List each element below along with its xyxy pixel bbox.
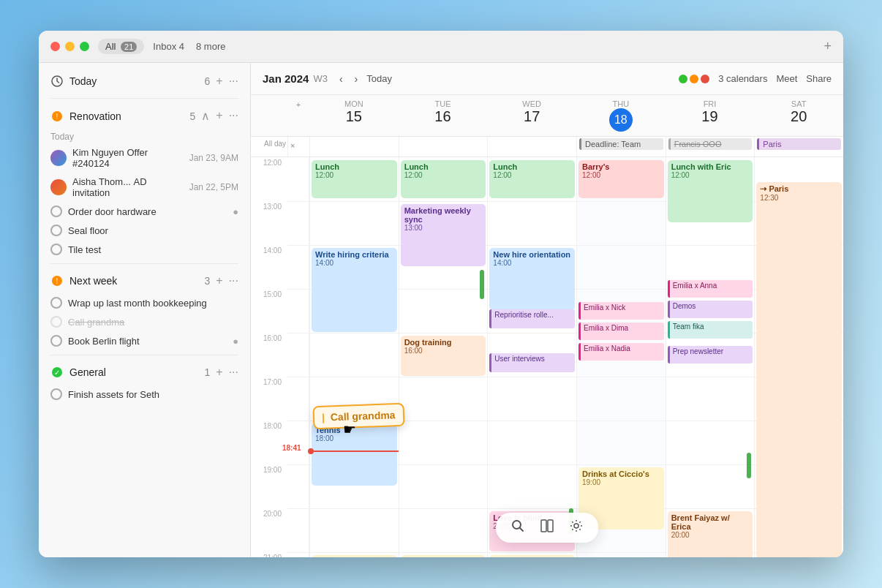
cal-share-button[interactable]: Share <box>806 73 832 84</box>
cal-header: Jan 2024 W3 ‹ › Today 3 calendars Meet S… <box>251 63 843 95</box>
today-more-icon[interactable]: ··· <box>229 75 238 88</box>
list-item[interactable]: Call grandma <box>39 312 250 331</box>
list-item[interactable]: Wrap up last month bookkeeping <box>39 293 250 312</box>
today-add-icon[interactable]: + <box>216 75 222 88</box>
cal-event[interactable]: Write hiring criteria 14:00 <box>312 248 397 332</box>
cal-event[interactable]: Lunch 12:00 <box>489 160 575 198</box>
task-checkbox[interactable] <box>50 225 62 236</box>
cal-event[interactable]: Marketing weekly sync 13:00 <box>401 204 486 266</box>
cal-event[interactable]: Tennis 18:00 <box>312 423 397 486</box>
title-bar: All 21 Inbox 4 8 more + <box>39 31 843 63</box>
list-item[interactable]: Aisha Thom... AD invitation Jan 22, 5PM <box>39 173 250 202</box>
cal-event[interactable]: Emilia x Dima <box>578 323 664 340</box>
renovation-add-icon[interactable]: + <box>216 109 222 123</box>
col-header-marker: + <box>287 95 309 136</box>
cal-body: 12:00 13:00 14:00 15:00 16:00 17:00 18:0… <box>251 157 843 557</box>
cal-event[interactable]: Lunch 12:00 <box>312 160 397 198</box>
cal-event[interactable]: New hire orientation 14:00 <box>489 248 575 310</box>
drag-event[interactable]: Call grandma <box>312 403 404 429</box>
minimize-button[interactable] <box>65 42 75 51</box>
task-checkbox[interactable] <box>50 388 62 400</box>
cal-today-button[interactable]: Today <box>366 73 392 84</box>
task-checkbox[interactable] <box>50 335 62 347</box>
cal-event[interactable]: Family time 21:00 <box>489 555 575 557</box>
cal-event[interactable]: Brent Faiyaz w/ Erica 20:00 <box>668 511 753 557</box>
cal-event[interactable]: Prep newsletter <box>668 346 753 363</box>
close-button[interactable] <box>50 42 60 51</box>
cal-event[interactable]: Emilia x Nadia <box>578 343 664 361</box>
sidebar-section-today: Today 6 + ··· <box>39 69 250 94</box>
cal-event[interactable]: Emilia x Nick <box>578 302 664 320</box>
cal-event[interactable]: Family time 21:00 <box>312 555 397 557</box>
cal-event[interactable]: Reprioritise rolle... <box>489 309 575 328</box>
renovation-more-icon[interactable]: ··· <box>229 109 238 123</box>
task-checkbox[interactable] <box>50 297 62 309</box>
next-week-add-icon[interactable]: + <box>216 274 222 287</box>
time-1700: 17:00 <box>251 377 287 421</box>
cal-event[interactable]: Emilia x Anna <box>668 280 753 298</box>
resize-handle[interactable] <box>480 270 484 299</box>
maximize-button[interactable] <box>80 42 89 51</box>
list-item[interactable]: Order door hardware ● <box>39 202 250 221</box>
renovation-collapse-icon[interactable]: ∧ <box>201 109 210 123</box>
all-day-cell-marker: × <box>287 137 309 157</box>
resize-handle[interactable] <box>747 453 751 478</box>
task-checkbox[interactable] <box>50 206 62 217</box>
cal-event[interactable]: ⇢ Paris 12:30 <box>756 182 842 557</box>
time-2000: 20:00 <box>251 508 287 552</box>
layout-icon[interactable] <box>540 519 554 537</box>
sidebar: Today 6 + ··· ! <box>39 63 251 557</box>
general-more-icon[interactable]: ··· <box>229 366 238 379</box>
cal-dots <box>679 75 709 83</box>
list-item[interactable]: Tile test <box>39 240 250 259</box>
cal-prev-button[interactable]: ‹ <box>335 72 347 86</box>
list-item[interactable]: Kim Nguyen Offer #240124 Jan 23, 9AM <box>39 143 250 173</box>
add-button[interactable]: + <box>823 39 832 54</box>
cal-event[interactable]: Lunch with Eric 12:00 <box>668 160 753 222</box>
paris-all-day-event[interactable]: Paris <box>757 138 841 150</box>
general-add-icon[interactable]: + <box>216 366 222 379</box>
inbox-link[interactable]: Inbox 4 <box>153 41 184 52</box>
item-label: Seal floor <box>68 225 238 236</box>
cal-event[interactable]: Barry's 12:00 <box>578 160 664 198</box>
cal-event[interactable]: Team fika <box>668 321 753 339</box>
item-badge: ● <box>233 336 238 347</box>
next-week-more-icon[interactable]: ··· <box>229 274 238 287</box>
cal-calendars-label[interactable]: 3 calendars <box>718 73 767 84</box>
item-label: Kim Nguyen Offer #240124 <box>72 147 184 169</box>
next-week-section-header: ! Next week 3 + ··· <box>39 268 250 293</box>
ooo-event[interactable]: Francis OOO <box>668 138 753 150</box>
all-day-cell-thu: Deadline: Team <box>576 137 666 157</box>
next-week-title: Next week <box>69 275 199 287</box>
more-link[interactable]: 8 more <box>196 41 225 52</box>
task-checkbox[interactable] <box>50 244 62 255</box>
cal-event[interactable]: Dog training 16:00 <box>401 336 486 376</box>
col-marker <box>287 157 309 557</box>
task-checkbox[interactable] <box>50 316 62 328</box>
settings-icon[interactable] <box>569 519 584 537</box>
svg-point-10 <box>574 524 578 528</box>
all-day-label: All day <box>251 137 287 157</box>
cal-event[interactable]: Family time 21:00 <box>401 555 486 557</box>
search-icon[interactable] <box>510 519 525 537</box>
time-1200: 12:00 <box>251 157 287 201</box>
next-week-actions[interactable]: + ··· <box>216 274 238 287</box>
app-window: All 21 Inbox 4 8 more + <box>39 31 843 557</box>
title-bar-nav: Inbox 4 8 more <box>153 41 225 52</box>
today-actions[interactable]: + ··· <box>216 75 238 88</box>
renovation-actions[interactable]: ∧ + ··· <box>201 109 238 123</box>
deadline-event[interactable]: Deadline: Team <box>579 138 663 150</box>
cal-event[interactable]: Demos <box>668 301 753 318</box>
svg-rect-8 <box>541 520 546 532</box>
cal-event[interactable]: User interviews <box>489 353 575 372</box>
list-item[interactable]: Finish assets for Seth <box>39 385 250 404</box>
cal-next-button[interactable]: › <box>350 72 363 86</box>
cal-dot-green <box>679 75 687 83</box>
general-actions[interactable]: + ··· <box>216 366 238 379</box>
today-section-header: Today 6 + ··· <box>39 69 250 94</box>
list-item[interactable]: Book Berlin flight ● <box>39 331 250 350</box>
cal-event[interactable]: Lunch 12:00 <box>401 160 486 198</box>
list-item[interactable]: Seal floor <box>39 221 250 240</box>
tab-all[interactable]: All 21 <box>98 39 144 54</box>
cal-meet-button[interactable]: Meet <box>776 73 797 84</box>
